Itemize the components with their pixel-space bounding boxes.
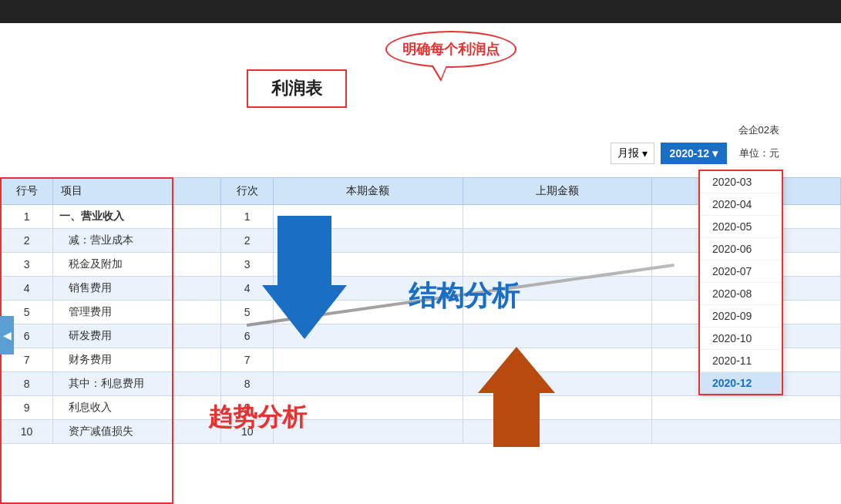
dropdown-item-2020-11[interactable]: 2020-11	[700, 350, 782, 372]
th-hang: 行号	[1, 178, 53, 205]
table-row: 10资产减值损失10	[1, 420, 841, 444]
date-dropdown: 2020-032020-042020-052020-062020-072020-…	[698, 170, 783, 395]
cell-current-amount	[274, 348, 463, 372]
top-bar	[0, 0, 841, 23]
dropdown-item-2020-04[interactable]: 2020-04	[700, 193, 782, 216]
cell-last-amount	[463, 324, 651, 348]
dropdown-item-2020-05[interactable]: 2020-05	[700, 216, 782, 238]
main-content: 明确每个利润点 利润表 会企02表 月报 ▾ 2020-12 ▾ 单位：元 20…	[0, 23, 841, 504]
svg-marker-0	[262, 216, 347, 339]
dropdown-item-2020-12[interactable]: 2020-12	[700, 372, 782, 394]
unit-label: 单位：元	[739, 146, 779, 160]
cell-item: 其中：利息费用	[53, 372, 221, 396]
cell-last-amount	[463, 205, 651, 229]
th-current: 本期金额	[274, 178, 463, 205]
cell-item: 资产减值损失	[53, 420, 221, 444]
report-type-label: 月报	[617, 146, 639, 160]
controls-row: 月报 ▾ 2020-12 ▾ 单位：元	[611, 143, 779, 164]
title-box: 利润表	[247, 69, 347, 108]
cell-current-amount	[274, 372, 463, 396]
dropdown-item-2020-10[interactable]: 2020-10	[700, 328, 782, 350]
cell-year-amount	[651, 396, 840, 420]
sidebar-toggle-arrow: ◀	[3, 329, 12, 341]
cell-item: 减：营业成本	[53, 229, 221, 253]
cell-hang: 1	[1, 205, 53, 229]
report-type-select[interactable]: 月报 ▾	[611, 143, 654, 164]
cell-hang: 3	[1, 253, 53, 277]
dropdown-item-2020-06[interactable]: 2020-06	[700, 238, 782, 260]
sidebar-toggle[interactable]: ◀	[0, 316, 14, 354]
title-text: 利润表	[271, 79, 322, 98]
cell-item: 管理费用	[53, 301, 221, 324]
dropdown-item-2020-08[interactable]: 2020-08	[700, 283, 782, 305]
cell-hangci: 8	[221, 372, 274, 396]
cell-item: 研发费用	[53, 324, 221, 348]
date-select-button[interactable]: 2020-12 ▾	[661, 143, 727, 164]
cell-item: 税金及附加	[53, 253, 221, 277]
cell-year-amount	[651, 420, 840, 444]
cell-hang: 2	[1, 229, 53, 253]
report-type-chevron: ▾	[642, 147, 648, 160]
th-last: 上期金额	[463, 178, 651, 205]
table-row: 9利息收入9	[1, 396, 841, 420]
dropdown-item-2020-09[interactable]: 2020-09	[700, 305, 782, 328]
cell-item: 销售费用	[53, 277, 221, 301]
cell-hang: 10	[1, 420, 53, 444]
cell-hang: 9	[1, 396, 53, 420]
bubble-text: 明确每个利润点	[385, 31, 516, 68]
cell-item: 一、营业收入	[53, 205, 221, 229]
svg-marker-1	[478, 347, 555, 447]
cell-item: 财务费用	[53, 348, 221, 372]
date-chevron: ▾	[712, 147, 718, 160]
company-label: 会企02表	[738, 123, 779, 137]
dropdown-item-2020-03[interactable]: 2020-03	[700, 171, 782, 193]
cell-item: 利息收入	[53, 396, 221, 420]
cell-hang: 4	[1, 277, 53, 301]
cell-last-amount	[463, 229, 651, 253]
blue-down-arrow	[262, 216, 347, 342]
structure-analysis-text: 结构分析	[409, 277, 520, 315]
speech-bubble: 明确每个利润点	[385, 31, 516, 68]
dropdown-item-2020-07[interactable]: 2020-07	[700, 260, 782, 283]
trend-analysis-text: 趋势分析	[208, 401, 307, 435]
selected-date-label: 2020-12	[670, 147, 709, 160]
th-hangci: 行次	[221, 178, 274, 205]
bubble-tail-inner	[433, 66, 446, 79]
brown-up-arrow	[478, 347, 555, 450]
cell-hang: 8	[1, 372, 53, 396]
cell-hangci: 7	[221, 348, 274, 372]
th-item: 项目	[53, 178, 221, 205]
